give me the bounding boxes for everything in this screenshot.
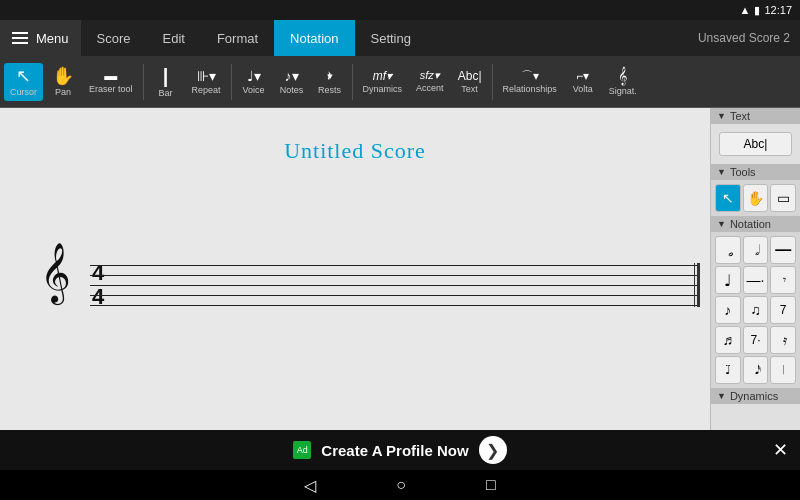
tool-rests[interactable]: 𝄽▾ Rests [312,65,348,99]
tools-section-arrow: ▼ [717,167,726,177]
dynamics-label: Dynamics [363,84,403,94]
signature-label: Signat. [609,86,637,96]
main-container: Untitled Score 𝄞 4 4 [0,108,800,430]
menu-item-score[interactable]: Score [81,20,147,56]
score-title: Untitled Score [284,138,426,164]
accent-icon: sfz▾ [420,70,440,81]
text-section-label: Text [730,110,750,122]
notation-btn-15[interactable]: 𝄀 [770,356,796,384]
notation-section-label: Notation [730,218,771,230]
panel-dynamics-header[interactable]: ▼ Dynamics [711,388,800,404]
pan-label: Pan [55,87,71,97]
notation-btn-14[interactable]: 𝅘𝅥𝅯 [743,356,769,384]
relationships-label: Relationships [503,84,557,94]
separator-2 [231,64,232,100]
nav-back-button[interactable]: ◁ [304,476,316,495]
staff-container: 𝄞 4 4 [40,255,700,325]
text-label: Text [461,84,478,94]
notation-btn-2[interactable]: 𝅗𝅥 [743,236,769,264]
menu-label: Menu [36,31,69,46]
tool-cursor[interactable]: ↖ Cursor [4,63,43,101]
text-abc-button[interactable]: Abc| [719,132,792,156]
hamburger-icon [12,32,28,44]
right-panel: ▼ Text Abc| ▼ Tools ↖ ✋ ▭ ▼ Notation 𝅗 𝅗… [710,108,800,430]
menu-item-setting[interactable]: Setting [355,20,427,56]
text-section-arrow: ▼ [717,111,726,121]
menu-button[interactable]: Menu [0,20,81,56]
notation-btn-1[interactable]: 𝅗 [715,236,741,264]
cursor-icon: ↖ [16,67,31,85]
notation-btn-9[interactable]: 7 [770,296,796,324]
ad-arrow-button[interactable]: ❯ [479,436,507,464]
repeat-label: Repeat [192,85,221,95]
staff-line-5 [90,305,700,306]
notation-btn-6[interactable]: 𝄾 [770,266,796,294]
treble-clef-symbol: 𝄞 [40,247,71,299]
volta-label: Volta [573,84,593,94]
voice-label: Voice [243,85,265,95]
bar-label: Bar [159,88,173,98]
tool-signature[interactable]: 𝄞 Signat. [603,64,643,100]
ad-text: Create A Profile Now [321,442,468,459]
menu-item-format[interactable]: Format [201,20,274,56]
separator-1 [143,64,144,100]
staff-lines [90,265,700,305]
cursor-label: Cursor [10,87,37,97]
tool-bar[interactable]: | Bar [148,62,184,102]
tool-voice[interactable]: ♩▾ Voice [236,65,272,99]
ad-sponsor-icon: Ad [293,441,311,459]
pan-icon: ✋ [52,67,74,85]
tool-pan[interactable]: ✋ Pan [45,63,81,101]
tool-accent[interactable]: sfz▾ Accent [410,66,450,97]
tool-notes[interactable]: ♪▾ Notes [274,65,310,99]
menu-item-notation[interactable]: Notation [274,20,354,56]
rests-icon: 𝄽▾ [327,69,333,83]
notation-btn-5[interactable]: —· [743,266,769,294]
dynamics-section-arrow: ▼ [717,391,726,401]
panel-eraser-button[interactable]: ▭ [770,184,796,212]
panel-tools-header[interactable]: ▼ Tools [711,164,800,180]
notation-btn-8[interactable]: ♫ [743,296,769,324]
notes-label: Notes [280,85,304,95]
staff-line-4 [90,295,700,296]
staff: 𝄞 4 4 [40,265,700,325]
tool-text[interactable]: Abc| Text [452,66,488,98]
notation-btn-3[interactable]: — [770,236,796,264]
tool-eraser[interactable]: ▬ Eraser tool [83,65,139,98]
notation-btn-10[interactable]: ♬ [715,326,741,354]
text-icon: Abc| [458,70,482,82]
ad-close-button[interactable]: ✕ [773,439,788,461]
panel-text-header[interactable]: ▼ Text [711,108,800,124]
notation-btn-13[interactable]: ♩̈ [715,356,741,384]
panel-cursor-button[interactable]: ↖ [715,184,741,212]
staff-line-2 [90,275,700,276]
notation-btn-11[interactable]: 7· [743,326,769,354]
panel-pan-button[interactable]: ✋ [743,184,769,212]
menu-item-edit[interactable]: Edit [147,20,201,56]
nav-home-button[interactable]: ○ [396,476,406,494]
tool-repeat[interactable]: ⊪▾ Repeat [186,65,227,99]
wifi-icon: ▲ [740,4,751,16]
panel-notation-header[interactable]: ▼ Notation [711,216,800,232]
tool-dynamics[interactable]: mf▾ Dynamics [357,66,409,98]
text-section-content: Abc| [711,124,800,164]
notes-icon: ♪▾ [285,69,299,83]
battery-icon: ▮ [754,4,760,17]
dynamics-section-label: Dynamics [730,390,778,402]
notation-section-arrow: ▼ [717,219,726,229]
dynamics-icon: mf▾ [373,70,392,82]
notation-btn-4[interactable]: ♩ [715,266,741,294]
signal-icons: ▲ ▮ 12:17 [740,4,792,17]
staff-line-3 [90,285,700,286]
time-text: 12:17 [764,4,792,16]
notation-btn-12[interactable]: 𝄿 [770,326,796,354]
signature-icon: 𝄞 [618,68,627,84]
eraser-label: Eraser tool [89,84,133,94]
ad-banner: Ad Create A Profile Now ❯ ✕ [0,430,800,470]
tool-volta[interactable]: ⌐▾ Volta [565,66,601,98]
notation-btn-7[interactable]: ♪ [715,296,741,324]
tools-section-grid: ↖ ✋ ▭ [711,180,800,216]
tool-relationships[interactable]: ⌒▾ Relationships [497,66,563,98]
nav-recent-button[interactable]: □ [486,476,496,494]
score-area: Untitled Score 𝄞 4 4 [0,108,710,430]
